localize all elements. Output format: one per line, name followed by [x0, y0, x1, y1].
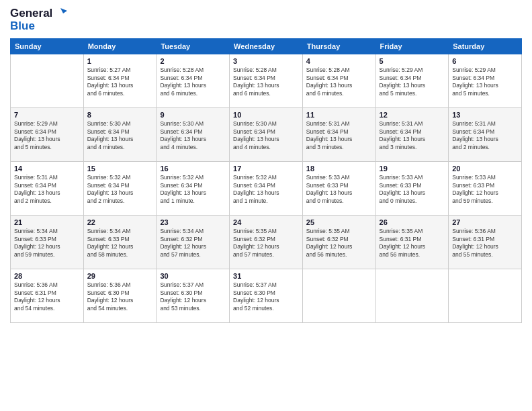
- calendar-cell: 6Sunrise: 5:29 AM Sunset: 6:34 PM Daylig…: [449, 54, 522, 107]
- day-info: Sunrise: 5:28 AM Sunset: 6:34 PM Dayligh…: [306, 66, 372, 99]
- calendar-cell: 14Sunrise: 5:31 AM Sunset: 6:34 PM Dayli…: [11, 161, 84, 215]
- calendar-cell: 24Sunrise: 5:35 AM Sunset: 6:32 PM Dayli…: [230, 215, 303, 269]
- day-number: 11: [306, 111, 372, 119]
- day-info: Sunrise: 5:35 AM Sunset: 6:32 PM Dayligh…: [306, 228, 372, 260]
- day-number: 22: [87, 218, 153, 226]
- day-number: 13: [452, 111, 518, 119]
- day-number: 17: [233, 165, 299, 173]
- day-number: 15: [87, 165, 153, 173]
- day-info: Sunrise: 5:34 AM Sunset: 6:33 PM Dayligh…: [87, 228, 153, 260]
- day-number: 18: [306, 165, 372, 173]
- day-number: 14: [14, 165, 80, 173]
- day-number: 19: [380, 165, 445, 173]
- day-info: Sunrise: 5:30 AM Sunset: 6:34 PM Dayligh…: [87, 120, 153, 152]
- day-info: Sunrise: 5:30 AM Sunset: 6:34 PM Dayligh…: [233, 120, 299, 152]
- day-info: Sunrise: 5:33 AM Sunset: 6:33 PM Dayligh…: [306, 174, 372, 206]
- calendar-cell: 17Sunrise: 5:32 AM Sunset: 6:34 PM Dayli…: [230, 161, 303, 215]
- day-number: 26: [380, 218, 445, 226]
- calendar-cell: 9Sunrise: 5:30 AM Sunset: 6:34 PM Daylig…: [157, 107, 230, 161]
- weekday-header-tuesday: Tuesday: [157, 38, 230, 54]
- day-number: 31: [233, 272, 299, 280]
- logo-container: General Blue: [10, 7, 67, 33]
- weekday-header-sunday: Sunday: [11, 38, 84, 54]
- day-info: Sunrise: 5:31 AM Sunset: 6:34 PM Dayligh…: [380, 120, 445, 152]
- calendar-week-row: 14Sunrise: 5:31 AM Sunset: 6:34 PM Dayli…: [11, 161, 522, 215]
- calendar-cell: [302, 269, 375, 322]
- day-info: Sunrise: 5:31 AM Sunset: 6:34 PM Dayligh…: [452, 120, 518, 152]
- weekday-header-friday: Friday: [375, 38, 449, 54]
- calendar-cell: 27Sunrise: 5:36 AM Sunset: 6:31 PM Dayli…: [449, 215, 522, 269]
- calendar-week-row: 1Sunrise: 5:27 AM Sunset: 6:34 PM Daylig…: [11, 54, 522, 107]
- day-number: 5: [380, 57, 445, 65]
- day-number: 1: [87, 57, 153, 65]
- day-number: 27: [452, 218, 518, 226]
- day-number: 24: [233, 218, 299, 226]
- day-info: Sunrise: 5:36 AM Sunset: 6:31 PM Dayligh…: [452, 228, 518, 260]
- day-number: 25: [306, 218, 372, 226]
- calendar-cell: 5Sunrise: 5:29 AM Sunset: 6:34 PM Daylig…: [375, 54, 449, 107]
- logo-bird-icon: [54, 7, 67, 20]
- calendar-week-row: 28Sunrise: 5:36 AM Sunset: 6:31 PM Dayli…: [11, 269, 522, 322]
- calendar-cell: 3Sunrise: 5:28 AM Sunset: 6:34 PM Daylig…: [230, 54, 303, 107]
- calendar-cell: 25Sunrise: 5:35 AM Sunset: 6:32 PM Dayli…: [302, 215, 375, 269]
- day-info: Sunrise: 5:32 AM Sunset: 6:34 PM Dayligh…: [233, 174, 299, 206]
- day-info: Sunrise: 5:29 AM Sunset: 6:34 PM Dayligh…: [452, 66, 518, 99]
- day-info: Sunrise: 5:34 AM Sunset: 6:32 PM Dayligh…: [160, 228, 226, 260]
- day-info: Sunrise: 5:27 AM Sunset: 6:34 PM Dayligh…: [87, 66, 153, 99]
- day-info: Sunrise: 5:34 AM Sunset: 6:33 PM Dayligh…: [14, 228, 80, 260]
- day-info: Sunrise: 5:37 AM Sunset: 6:30 PM Dayligh…: [233, 281, 299, 314]
- calendar-cell: 30Sunrise: 5:37 AM Sunset: 6:30 PM Dayli…: [157, 269, 230, 322]
- day-number: 30: [160, 272, 226, 280]
- day-info: Sunrise: 5:32 AM Sunset: 6:34 PM Dayligh…: [160, 174, 226, 206]
- day-info: Sunrise: 5:35 AM Sunset: 6:32 PM Dayligh…: [233, 228, 299, 260]
- calendar-cell: 20Sunrise: 5:33 AM Sunset: 6:33 PM Dayli…: [449, 161, 522, 215]
- calendar-header: SundayMondayTuesdayWednesdayThursdayFrid…: [11, 38, 522, 54]
- day-info: Sunrise: 5:33 AM Sunset: 6:33 PM Dayligh…: [452, 174, 518, 206]
- calendar-cell: 19Sunrise: 5:33 AM Sunset: 6:33 PM Dayli…: [375, 161, 449, 215]
- calendar-cell: 13Sunrise: 5:31 AM Sunset: 6:34 PM Dayli…: [449, 107, 522, 161]
- calendar-week-row: 7Sunrise: 5:29 AM Sunset: 6:34 PM Daylig…: [11, 107, 522, 161]
- calendar-cell: 26Sunrise: 5:35 AM Sunset: 6:31 PM Dayli…: [375, 215, 449, 269]
- day-info: Sunrise: 5:29 AM Sunset: 6:34 PM Dayligh…: [14, 120, 80, 152]
- calendar-cell: 18Sunrise: 5:33 AM Sunset: 6:33 PM Dayli…: [302, 161, 375, 215]
- day-info: Sunrise: 5:31 AM Sunset: 6:34 PM Dayligh…: [14, 174, 80, 206]
- calendar-cell: 7Sunrise: 5:29 AM Sunset: 6:34 PM Daylig…: [11, 107, 84, 161]
- calendar-cell: 21Sunrise: 5:34 AM Sunset: 6:33 PM Dayli…: [11, 215, 84, 269]
- day-number: 12: [380, 111, 445, 119]
- day-number: 9: [160, 111, 226, 119]
- calendar-body: 1Sunrise: 5:27 AM Sunset: 6:34 PM Daylig…: [11, 54, 522, 322]
- svg-marker-0: [60, 8, 67, 13]
- calendar-cell: 12Sunrise: 5:31 AM Sunset: 6:34 PM Dayli…: [375, 107, 449, 161]
- day-number: 3: [233, 57, 299, 65]
- day-info: Sunrise: 5:36 AM Sunset: 6:30 PM Dayligh…: [87, 281, 153, 314]
- calendar-cell: 2Sunrise: 5:28 AM Sunset: 6:34 PM Daylig…: [157, 54, 230, 107]
- calendar-table: SundayMondayTuesdayWednesdayThursdayFrid…: [10, 38, 522, 323]
- day-number: 6: [452, 57, 518, 65]
- calendar-cell: 15Sunrise: 5:32 AM Sunset: 6:34 PM Dayli…: [83, 161, 157, 215]
- calendar-cell: 10Sunrise: 5:30 AM Sunset: 6:34 PM Dayli…: [230, 107, 303, 161]
- day-number: 20: [452, 165, 518, 173]
- weekday-header-saturday: Saturday: [449, 38, 522, 54]
- weekday-header-thursday: Thursday: [302, 38, 375, 54]
- day-info: Sunrise: 5:37 AM Sunset: 6:30 PM Dayligh…: [160, 281, 226, 314]
- day-number: 29: [87, 272, 153, 280]
- weekday-header-row: SundayMondayTuesdayWednesdayThursdayFrid…: [11, 38, 522, 54]
- calendar-cell: [449, 269, 522, 322]
- day-number: 28: [14, 272, 80, 280]
- calendar-cell: 23Sunrise: 5:34 AM Sunset: 6:32 PM Dayli…: [157, 215, 230, 269]
- weekday-header-wednesday: Wednesday: [230, 38, 303, 54]
- calendar-cell: [11, 54, 84, 107]
- day-info: Sunrise: 5:32 AM Sunset: 6:34 PM Dayligh…: [87, 174, 153, 206]
- day-info: Sunrise: 5:36 AM Sunset: 6:31 PM Dayligh…: [14, 281, 80, 314]
- weekday-header-monday: Monday: [83, 38, 157, 54]
- day-info: Sunrise: 5:28 AM Sunset: 6:34 PM Dayligh…: [233, 66, 299, 99]
- day-info: Sunrise: 5:29 AM Sunset: 6:34 PM Dayligh…: [380, 66, 445, 99]
- calendar-cell: 1Sunrise: 5:27 AM Sunset: 6:34 PM Daylig…: [83, 54, 157, 107]
- header: General Blue: [10, 7, 522, 33]
- day-number: 10: [233, 111, 299, 119]
- calendar-cell: 31Sunrise: 5:37 AM Sunset: 6:30 PM Dayli…: [230, 269, 303, 322]
- logo: General Blue: [10, 7, 67, 33]
- day-number: 7: [14, 111, 80, 119]
- calendar-week-row: 21Sunrise: 5:34 AM Sunset: 6:33 PM Dayli…: [11, 215, 522, 269]
- day-number: 2: [160, 57, 226, 65]
